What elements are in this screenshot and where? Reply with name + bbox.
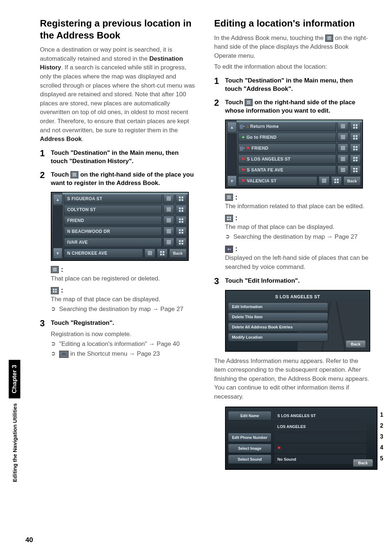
map-icon[interactable] bbox=[176, 216, 187, 225]
scroll-down-icon[interactable]: ▼ bbox=[53, 248, 62, 259]
list-icon bbox=[245, 99, 253, 106]
list-icon[interactable] bbox=[338, 133, 348, 142]
svg-rect-9 bbox=[181, 218, 183, 220]
list-icon[interactable] bbox=[163, 205, 174, 214]
select-sound-button[interactable]: Select Sound bbox=[228, 455, 271, 464]
svg-rect-39 bbox=[356, 149, 358, 150]
list-item[interactable]: N CHEROKEE AVE bbox=[64, 249, 143, 258]
list-icon bbox=[225, 194, 233, 201]
address-info-menu: Edit Name S LOS ANGELES ST 1 LOS ANGELES… bbox=[225, 407, 377, 470]
list-item[interactable]: ⚑ VALENCIA ST bbox=[238, 176, 317, 186]
svg-rect-0 bbox=[179, 197, 181, 198]
menu-item[interactable]: Edit Information bbox=[228, 302, 328, 311]
map-icon[interactable] bbox=[350, 154, 361, 164]
map-icon[interactable] bbox=[176, 238, 187, 247]
right-step-1: 1 Touch "Destination" in the Main menu, … bbox=[214, 77, 370, 93]
map-icon[interactable] bbox=[350, 133, 361, 142]
back-button[interactable]: Back bbox=[346, 340, 366, 348]
map-icon[interactable] bbox=[331, 176, 342, 186]
svg-rect-21 bbox=[163, 251, 164, 253]
svg-rect-43 bbox=[356, 160, 358, 161]
list-icon[interactable] bbox=[319, 176, 330, 186]
scroll-up-icon[interactable]: ▲ bbox=[227, 122, 237, 133]
back-button[interactable]: Back bbox=[169, 249, 187, 258]
list-item[interactable]: FRIEND bbox=[64, 216, 162, 225]
list-icon-note: That place can be registered or deleted. bbox=[51, 274, 196, 283]
scrollbar[interactable]: ▲ ▼ bbox=[227, 122, 237, 186]
list-icon[interactable] bbox=[338, 122, 348, 131]
list-item[interactable]: IVAR AVE bbox=[64, 238, 162, 247]
map-icon[interactable] bbox=[350, 122, 361, 131]
svg-rect-31 bbox=[356, 127, 358, 129]
list-item[interactable]: N BEACHWOOD DR bbox=[64, 227, 162, 236]
select-image-button[interactable]: Select Image bbox=[228, 444, 271, 453]
map-icon[interactable] bbox=[176, 194, 187, 203]
list-item[interactable]: ((•⚑ FRIEND bbox=[238, 144, 336, 153]
right-step-3: 3 Touch "Edit Information". bbox=[214, 277, 370, 286]
list-icon[interactable] bbox=[338, 165, 348, 175]
back-button[interactable]: Back bbox=[343, 176, 361, 186]
svg-rect-14 bbox=[179, 232, 181, 234]
list-item[interactable]: ✦ Go to FRIEND bbox=[238, 133, 336, 142]
after-note: The Address Information menu appears. Re… bbox=[214, 357, 370, 401]
edit-name-button[interactable]: Edit Name bbox=[228, 411, 271, 420]
callout-4: 4 bbox=[380, 444, 383, 451]
svg-rect-42 bbox=[353, 160, 355, 161]
list-item[interactable]: ⚑ S LOS ANGELES ST bbox=[238, 154, 336, 164]
svg-rect-6 bbox=[179, 210, 181, 212]
destination-history-list: ▲ ▼ S FIGUEROA ST COLYTON ST FRIEND N BE… bbox=[51, 192, 189, 261]
left-step-3: 3 Touch "Registration". bbox=[40, 319, 196, 328]
callout-5: 5 bbox=[380, 455, 383, 462]
list-icon[interactable] bbox=[163, 216, 174, 225]
list-icon bbox=[325, 35, 333, 42]
operate-menu: S LOS ANGELES ST Edit Information Delete… bbox=[225, 290, 370, 352]
list-item[interactable]: COLYTON ST bbox=[64, 205, 162, 214]
scrollbar[interactable]: ▲ ▼ bbox=[53, 194, 62, 259]
edit-phone-button[interactable]: Edit Phone Number bbox=[228, 433, 271, 442]
menu-item[interactable]: Modify Location bbox=[228, 333, 328, 342]
map-icon[interactable] bbox=[157, 249, 168, 258]
svg-rect-40 bbox=[353, 157, 355, 159]
scroll-down-icon[interactable]: ▼ bbox=[227, 175, 237, 186]
list-item[interactable]: S FIGUEROA ST bbox=[64, 194, 162, 203]
svg-rect-33 bbox=[356, 135, 358, 137]
list-icon[interactable] bbox=[163, 238, 174, 247]
svg-rect-7 bbox=[181, 210, 183, 212]
svg-rect-26 bbox=[53, 291, 54, 292]
map-icon[interactable] bbox=[176, 205, 187, 214]
menu-title: S LOS ANGELES ST bbox=[228, 293, 367, 302]
list-item[interactable]: ⚑ S SANTA FE AVE bbox=[238, 165, 336, 175]
svg-rect-44 bbox=[353, 168, 355, 170]
svg-rect-34 bbox=[353, 138, 355, 140]
svg-rect-8 bbox=[179, 218, 181, 220]
svg-rect-12 bbox=[179, 229, 181, 231]
map-icon[interactable] bbox=[176, 227, 187, 236]
callout-2: 2 bbox=[380, 423, 383, 429]
list-icon[interactable] bbox=[144, 249, 155, 258]
scroll-up-icon[interactable]: ▲ bbox=[53, 194, 62, 205]
svg-rect-52 bbox=[227, 217, 229, 218]
callout-3: 3 bbox=[380, 433, 383, 440]
list-icon[interactable] bbox=[163, 194, 174, 203]
svg-rect-25 bbox=[55, 289, 57, 290]
step3-note: Registration is now complete. bbox=[51, 330, 196, 339]
svg-rect-5 bbox=[181, 207, 183, 209]
svg-rect-55 bbox=[229, 219, 231, 220]
list-item[interactable]: ((•⌂ Return Home bbox=[238, 122, 336, 131]
map-icon[interactable] bbox=[350, 144, 361, 153]
menu-item[interactable]: Delete All Address Book Entries bbox=[228, 323, 328, 331]
list-icon bbox=[51, 266, 59, 273]
back-button[interactable]: Back bbox=[353, 459, 373, 467]
map-icon[interactable] bbox=[350, 165, 361, 175]
menu-item[interactable]: Delete This Item bbox=[228, 312, 328, 321]
chapter-label: Chapter 3 bbox=[9, 360, 20, 398]
crossref: ➲ "Editing a location's information" → P… bbox=[51, 339, 196, 349]
svg-rect-20 bbox=[160, 251, 162, 253]
svg-rect-37 bbox=[356, 146, 358, 148]
list-icon[interactable] bbox=[163, 227, 174, 236]
shortcut-icon bbox=[59, 351, 69, 358]
list-icon[interactable] bbox=[338, 154, 348, 164]
left-step-1: 1 Touch "Destination" in the Main menu, … bbox=[40, 149, 196, 166]
address-book-list: ▲ ▼ ((•⌂ Return Home ✦ Go to FRIEND ((•⚑… bbox=[225, 120, 363, 189]
list-icon[interactable] bbox=[338, 144, 348, 153]
